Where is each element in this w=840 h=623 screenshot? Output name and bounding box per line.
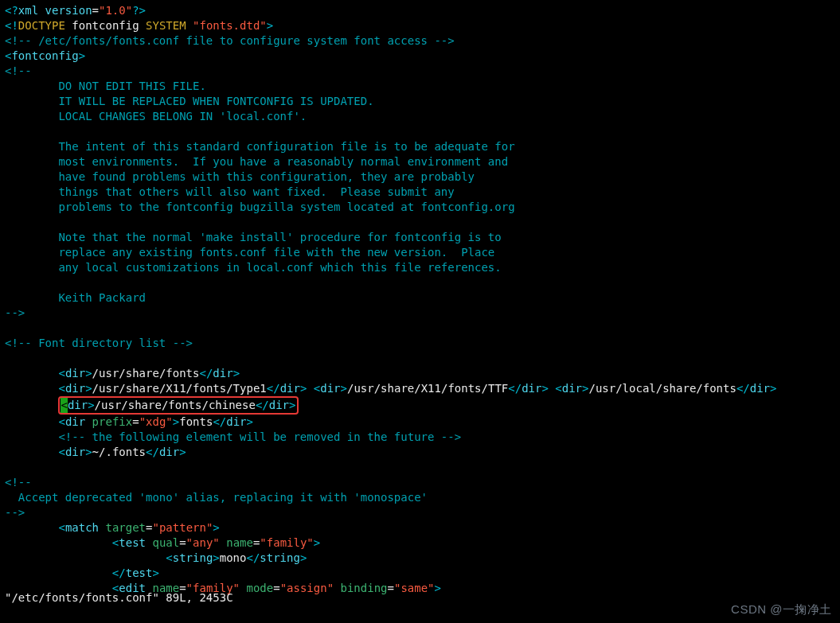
comment-line: <!-- /etc/fonts/fonts.conf file to confi… [5, 34, 455, 47]
cursor: < [61, 398, 67, 413]
comment-fontdir: <!-- Font directory list --> [5, 337, 193, 349]
watermark: CSDN @一掬净土 [731, 602, 832, 617]
vim-statusline: "/etc/fonts/fonts.conf" 89L, 2453C [5, 590, 233, 605]
editor-content[interactable]: <?xml version="1.0"?> <!DOCTYPE fontconf… [0, 0, 840, 596]
xml-decl-open: <? [5, 4, 18, 17]
highlighted-dir-line: <dir>/usr/share/fonts/chinese</dir> [58, 396, 298, 415]
